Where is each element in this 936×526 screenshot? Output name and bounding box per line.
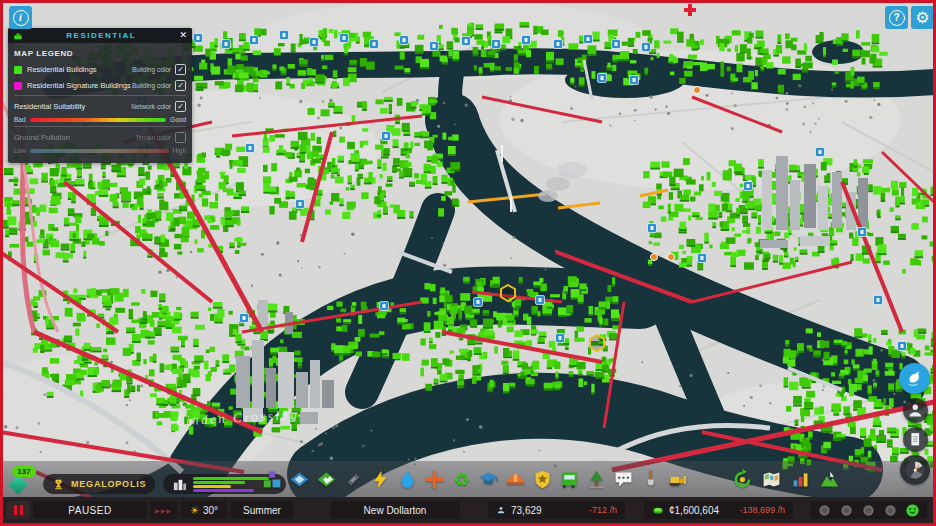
communications-icon[interactable] xyxy=(613,469,634,490)
money-rate: -138,699 /h xyxy=(739,505,785,515)
game-screen: Linden Crossing i ? ⚙ RESIDENTIAL ✕ MAP … xyxy=(0,0,936,526)
green-swatch xyxy=(14,66,22,74)
city-name[interactable]: New Dollarton xyxy=(330,501,460,519)
followed-citizen-button[interactable] xyxy=(903,398,928,423)
transportation-icon[interactable] xyxy=(559,469,580,490)
legend-title: RESIDENTIAL xyxy=(23,31,179,40)
water-sewage-icon[interactable] xyxy=(397,469,418,490)
city-demand-icon xyxy=(172,477,187,492)
checkbox-residential-buildings[interactable] xyxy=(175,64,186,75)
statistics-icon[interactable] xyxy=(790,469,811,490)
toolbar-main-icons: ♻ xyxy=(262,469,688,490)
electricity-icon[interactable] xyxy=(370,469,391,490)
map-tiles-icon[interactable] xyxy=(316,469,337,490)
divider xyxy=(14,126,186,127)
population-display[interactable]: 73,629 -712 /h xyxy=(488,501,625,519)
economy-icon[interactable] xyxy=(732,469,753,490)
population-value: 73,629 xyxy=(511,505,542,516)
status-dim-4-icon[interactable] xyxy=(883,503,898,518)
money-display[interactable]: ¢1,600,604 -138,699 /h xyxy=(644,501,793,519)
checkbox-suitability[interactable] xyxy=(175,101,186,112)
police-icon[interactable] xyxy=(532,469,553,490)
main-toolbar: 137 MEGALOPOLIS ♻ xyxy=(3,461,933,497)
pause-icon xyxy=(14,505,17,515)
residential-demand-bar xyxy=(193,477,269,480)
help-icon: ? xyxy=(889,10,905,26)
journal-button[interactable] xyxy=(903,427,928,452)
status-bar: PAUSED ▶▶▶ ☀ 30° Summer New Dollarton 73… xyxy=(3,497,933,523)
commercial-demand-bar xyxy=(193,485,231,488)
toolbar-right-icons xyxy=(732,469,840,490)
legend-row-signature-buildings: Residential Signature Buildings Building… xyxy=(14,79,186,92)
status-dim-3-icon[interactable] xyxy=(861,503,876,518)
legend-section-label: MAP LEGEND xyxy=(14,49,186,58)
suitability-gradient-bar xyxy=(30,118,167,122)
zones-icon[interactable] xyxy=(262,469,283,490)
trophy-icon xyxy=(52,478,65,491)
gear-icon: ⚙ xyxy=(915,10,929,26)
education-icon[interactable] xyxy=(478,469,499,490)
magenta-swatch xyxy=(14,82,22,90)
settings-button[interactable]: ⚙ xyxy=(911,6,934,29)
suitability-scale: Bad Good xyxy=(14,116,186,123)
chirper-button[interactable] xyxy=(899,363,930,394)
info-views-button[interactable]: i xyxy=(9,6,32,29)
milestone-pill[interactable]: MEGALOPOLIS xyxy=(43,474,155,494)
progression-icon[interactable] xyxy=(819,469,840,490)
checkbox-ground-pollution[interactable] xyxy=(175,132,186,143)
legend-row-residential-buildings: Residential Buildings Building color xyxy=(14,63,186,76)
xp-diamond-icon xyxy=(8,475,28,495)
legend-row-suitability: Residential Suitability Network color xyxy=(14,100,186,113)
bulldozer-icon[interactable] xyxy=(667,469,688,490)
parks-recreation-icon[interactable] xyxy=(586,469,607,490)
money-value: ¢1,600,604 xyxy=(669,505,719,516)
pause-button[interactable] xyxy=(6,501,30,519)
residential-house-icon xyxy=(13,31,23,41)
season-indicator[interactable]: Summer xyxy=(231,501,293,519)
speed-control[interactable]: ▶▶▶ xyxy=(150,501,177,519)
pollution-scale: Low High xyxy=(14,147,186,154)
info-views-icon[interactable] xyxy=(761,469,782,490)
terraforming-icon[interactable] xyxy=(640,469,661,490)
healthcare-icon[interactable] xyxy=(424,469,445,490)
sun-icon: ☀ xyxy=(190,505,199,516)
close-icon[interactable]: ✕ xyxy=(179,31,187,40)
milestone-label: MEGALOPOLIS xyxy=(71,479,146,489)
money-icon xyxy=(652,504,664,516)
divider xyxy=(14,95,186,96)
population-icon xyxy=(496,505,506,515)
temperature-value: 30° xyxy=(203,505,218,516)
city-level-indicator[interactable]: 137 xyxy=(7,466,35,494)
areas-icon[interactable] xyxy=(289,469,310,490)
roads-icon[interactable] xyxy=(343,469,364,490)
legend-row-ground-pollution: Ground Pollution Terrain color xyxy=(14,131,186,144)
happiness-smiley-icon[interactable] xyxy=(905,503,920,518)
garbage-icon[interactable]: ♻ xyxy=(451,469,472,490)
fire-rescue-icon[interactable] xyxy=(505,469,526,490)
level-badge: 137 xyxy=(12,466,36,477)
city-status-icons[interactable] xyxy=(810,501,927,519)
population-rate: -712 /h xyxy=(589,505,617,515)
pollution-gradient-bar xyxy=(30,149,169,153)
radio-button[interactable] xyxy=(900,455,930,485)
map-legend-panel: RESIDENTIAL ✕ MAP LEGEND Residential Bui… xyxy=(8,28,192,163)
temperature-indicator: ☀ 30° xyxy=(181,501,227,519)
checkbox-signature-buildings[interactable] xyxy=(175,80,186,91)
simulation-state: PAUSED xyxy=(33,501,147,519)
help-button[interactable]: ? xyxy=(885,6,908,29)
office-demand-bar xyxy=(193,489,253,492)
residential-demand-2-bar xyxy=(193,481,245,484)
status-dim-1-icon[interactable] xyxy=(817,503,832,518)
status-dim-2-icon[interactable] xyxy=(839,503,854,518)
legend-header[interactable]: RESIDENTIAL ✕ xyxy=(8,28,192,43)
info-icon: i xyxy=(13,10,29,26)
